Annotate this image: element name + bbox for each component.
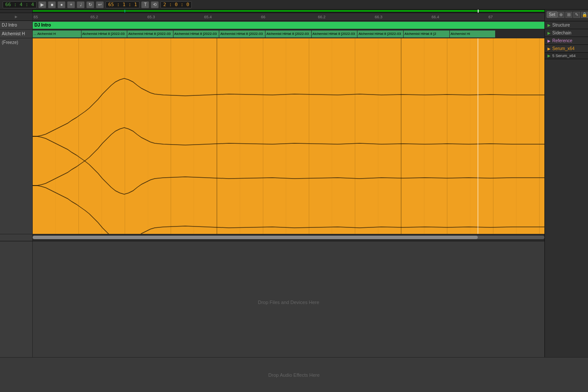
set-label[interactable]: Set: [547, 11, 557, 18]
sync-button[interactable]: ⟲: [151, 1, 159, 8]
hihat-clip-5[interactable]: Alchemist HiHat 8 [2022-03: [219, 30, 265, 37]
set-icon-plus[interactable]: ⊞: [565, 12, 572, 18]
stop-button[interactable]: ■: [48, 1, 56, 8]
ruler-mark-66.4: 66.4: [431, 15, 487, 19]
hihat-clip-3[interactable]: Alchemist HiHat 8 [2022-03: [127, 30, 173, 37]
set-icons: ⊕ ⊞ ✎ 🔒: [557, 12, 588, 18]
sidechain-play-icon: ▶: [547, 31, 551, 35]
track-area: ▶ 65 65.2 65.3 65.4 66 66.2 66.3 66.4 67…: [0, 10, 544, 392]
dj-intro-track: DJ Intro DJ Intro: [0, 21, 544, 30]
serum5-label: 5 Serum_x64: [552, 54, 576, 58]
hihat-clip-6[interactable]: Alchemist HiHat 8 [2022-03: [265, 30, 312, 37]
hihat-clip-10[interactable]: Alchemist Hi: [450, 30, 496, 37]
record-button[interactable]: ●: [58, 1, 65, 8]
loop-start-display: 65 : 1 : 1: [105, 1, 139, 8]
ruler-mark-66: 66: [260, 15, 317, 19]
hihat-clips: ... Alchemist H Alchemist HiHat 8 [2022-…: [33, 30, 544, 38]
serum-play-icon: ▶: [547, 47, 551, 51]
hihat-clip-2[interactable]: Alchemist HiHat 8 [2022-03: [82, 30, 128, 37]
position-display: 66 : 4 : 4: [3, 1, 37, 8]
bottom-drop-zone: Drop Audio Effects Here: [0, 357, 588, 392]
drop-files-text: Drop Files and Devices Here: [258, 300, 319, 305]
ruler-mark-65: 65: [33, 15, 89, 19]
reference-label: Reference: [552, 38, 572, 43]
right-panel: Set ⊕ ⊞ ✎ 🔒 ▶ Structure ▶ Sidechain ▶ Re…: [544, 10, 588, 392]
play-button[interactable]: ▶: [38, 1, 46, 8]
set-header: Set ⊕ ⊞ ✎ 🔒: [547, 11, 586, 18]
freeze-label: (Freeze): [2, 40, 18, 45]
ruler-mark-65.3: 65.3: [146, 15, 203, 19]
set-icon-pencil[interactable]: ✎: [573, 12, 580, 18]
serum-label: Serum_x64: [552, 46, 574, 51]
set-icon-lock[interactable]: 🔒: [581, 12, 588, 18]
transport-bar: 66 : 4 : 4 ▶ ■ ● + ♩ ↻ ↩ 65 : 1 : 1 T ⟲ …: [0, 0, 588, 10]
timeline-ruler: ▶ 65 65.2 65.3 65.4 66 66.2 66.3 66.4 67: [0, 13, 544, 21]
loop-end-display: 2 : 0 : 0: [160, 1, 192, 8]
metronome-button[interactable]: ♩: [77, 1, 85, 8]
hihat-clip-9[interactable]: Alchemist HiHat 8 [2: [404, 30, 450, 37]
serum-item[interactable]: ▶ Serum_x64: [545, 45, 588, 53]
ruler-mark-65.4: 65.4: [203, 15, 260, 19]
main-layout: ▶ 65 65.2 65.3 65.4 66 66.2 66.3 66.4 67…: [0, 10, 588, 392]
serum5-play-icon: ▶: [547, 54, 551, 58]
set-icon-play[interactable]: ⊕: [557, 12, 564, 18]
loop-button[interactable]: ↻: [86, 1, 94, 8]
structure-item[interactable]: ▶ Structure: [545, 21, 588, 29]
reference-item[interactable]: ▶ Reference: [545, 37, 588, 45]
playhead-line: [478, 38, 478, 234]
waveform-track: (Freeze): [0, 38, 544, 234]
sidechain-label: Sidechain: [552, 30, 571, 35]
dj-intro-label: DJ Intro: [0, 21, 33, 29]
hihat-clip-8[interactable]: Alchemist HiHat 8 [2022-03: [357, 30, 404, 37]
waveform-track-label: (Freeze): [0, 38, 33, 234]
ruler-numbers: 65 65.2 65.3 65.4 66 66.2 66.3 66.4 67: [33, 13, 544, 20]
dj-intro-clip[interactable]: DJ Intro: [33, 22, 544, 29]
ruler-mark-66.2: 66.2: [317, 15, 374, 19]
structure-play-icon: ▶: [547, 23, 551, 27]
hihat-track: Alchemist H ... Alchemist H Alchemist Hi…: [0, 30, 544, 38]
hihat-label: Alchemist H: [0, 30, 33, 38]
serum5-scroll-row: [0, 234, 544, 241]
drop-audio-text: Drop Audio Effects Here: [269, 372, 320, 378]
tap-button[interactable]: T: [141, 1, 149, 8]
hihat-clip-7[interactable]: Alchemist HiHat 8 [2022-03: [312, 30, 358, 37]
follow-button[interactable]: ↩: [96, 1, 104, 8]
serum5-item[interactable]: ▶ 5 Serum_x64: [545, 53, 588, 59]
add-button[interactable]: +: [67, 1, 75, 8]
ruler-mark-65.2: 65.2: [89, 15, 146, 19]
reference-play-icon: ▶: [547, 39, 551, 43]
mini-ruler: [0, 10, 544, 13]
ruler-mark-66.3: 66.3: [374, 15, 431, 19]
ruler-mark-67: 67: [488, 15, 544, 19]
hihat-clip-1[interactable]: ... Alchemist H: [33, 30, 82, 37]
sidechain-item[interactable]: ▶ Sidechain: [545, 29, 588, 37]
waveform-content[interactable]: [33, 38, 544, 234]
structure-label: Structure: [552, 23, 570, 27]
set-panel: Set ⊕ ⊞ ✎ 🔒: [545, 10, 588, 21]
drop-zone-area: Drop Files and Devices Here: [0, 241, 544, 363]
hihat-clip-4[interactable]: Alchemist HiHat 8 [2022-03: [173, 30, 220, 37]
